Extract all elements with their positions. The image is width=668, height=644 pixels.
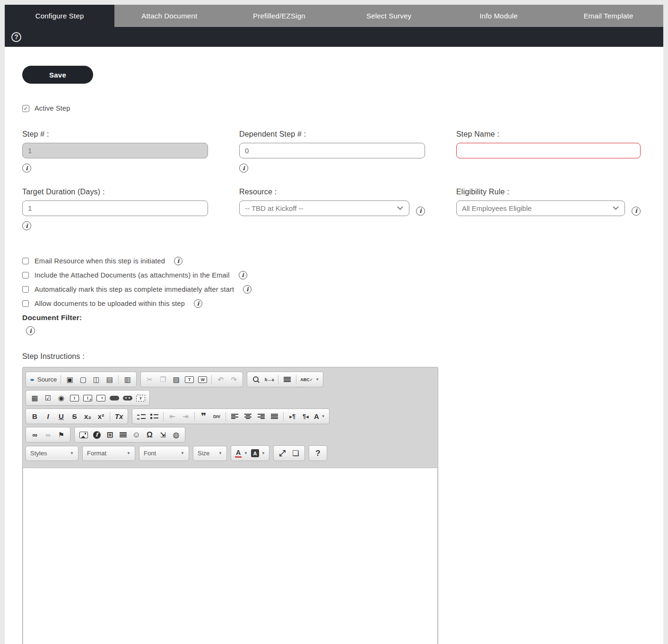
increase-indent-icon[interactable]: ⇥ [179,410,192,423]
select-all-icon[interactable] [281,374,294,386]
dependent-step-input[interactable] [239,143,425,158]
bold-icon[interactable]: B [28,410,41,423]
copy-icon[interactable]: ❐ [156,374,169,386]
checkbox-field-icon[interactable]: ☑ [42,392,54,404]
source-button[interactable]: ◂▸ Source [28,374,58,386]
target-duration-input[interactable] [22,200,208,216]
info-icon[interactable]: i [239,164,248,173]
info-icon[interactable]: i [174,257,182,265]
size-dropdown[interactable]: Size ▼ [193,446,227,461]
include-attachments-checkbox[interactable] [22,272,29,278]
step-number-input[interactable] [22,143,208,158]
image-button-icon[interactable] [121,392,134,404]
table-icon[interactable]: ⊞ [104,429,116,441]
subscript-icon[interactable]: x₂ [81,410,94,423]
link-icon[interactable]: ∞ [28,429,41,441]
background-color-icon[interactable]: A ▼ [250,447,267,460]
tab-select-survey[interactable]: Select Survey [334,5,444,27]
paste-as-text-icon[interactable]: T [183,374,196,386]
radio-button-icon[interactable]: ◉ [55,392,68,404]
eligibility-rule-select[interactable]: All Employees Eligible [456,200,625,216]
about-editor-button[interactable]: ? [312,447,324,460]
div-container-icon[interactable]: DIV [210,410,223,423]
tab-prefilled-ezsign[interactable]: Prefilled/EZSign [224,5,334,27]
redo-icon[interactable]: ↷ [227,374,240,386]
format-dropdown[interactable]: Format ▼ [82,446,135,461]
resource-select[interactable]: -- TBD at Kickoff -- [239,200,409,216]
justify-icon[interactable] [268,410,281,423]
tab-email-template[interactable]: Email Template [554,5,663,27]
info-icon[interactable]: i [26,326,35,335]
page-break-icon[interactable]: ⇲ [156,429,169,441]
info-icon[interactable]: i [416,207,425,216]
smiley-icon[interactable]: ☺ [130,429,143,441]
step-instructions-editor: ◂▸ Source ▣ ▢ ◫ ▤ ▥ ✂ ❐ ▨ [22,367,438,644]
horizontal-rule-icon[interactable] [117,429,130,441]
active-step-checkbox[interactable]: ✓ [22,105,29,112]
info-icon[interactable]: i [194,299,202,308]
templates-icon[interactable]: ▥ [121,374,134,386]
language-icon[interactable]: A▼ [312,410,327,423]
step-name-input[interactable] [456,143,641,158]
save-button[interactable]: Save [22,66,93,84]
underline-icon[interactable]: U [55,410,68,423]
allow-uploads-checkbox[interactable] [22,300,29,307]
text-field-icon[interactable]: I [68,392,81,404]
font-dropdown[interactable]: Font ▼ [139,446,189,461]
save-document-icon[interactable]: ▣ [63,374,76,386]
info-icon[interactable]: i [22,221,31,230]
editor-content-area[interactable] [23,468,438,644]
email-resource-checkbox[interactable] [22,258,29,264]
italic-icon[interactable]: I [42,410,54,423]
button-field-icon[interactable] [108,392,121,404]
align-center-icon[interactable] [242,410,254,423]
form-icon[interactable]: ▦ [28,392,41,404]
selection-field-icon[interactable]: ▾ [95,392,107,404]
info-icon[interactable]: i [239,271,247,279]
undo-icon[interactable]: ↶ [214,374,227,386]
hidden-field-icon[interactable]: I⁄ [134,392,147,404]
info-icon[interactable]: i [22,164,31,173]
find-icon[interactable] [250,374,262,386]
paste-from-word-icon[interactable]: W [196,374,209,386]
new-page-icon[interactable]: ▢ [77,374,89,386]
maximize-icon[interactable]: ⤢ [276,447,289,460]
cut-icon[interactable]: ✂ [143,374,156,386]
numbered-list-icon[interactable] [135,410,147,423]
source-button-label: Source [37,376,57,383]
strikethrough-icon[interactable]: S [68,410,81,423]
superscript-icon[interactable]: x² [95,410,107,423]
flash-icon[interactable]: f [90,429,103,441]
textarea-icon[interactable]: I [81,392,94,404]
info-icon[interactable]: i [243,285,252,294]
unlink-icon[interactable]: ∞ [42,429,54,441]
align-right-icon[interactable] [255,410,268,423]
print-icon[interactable]: ▤ [103,374,116,386]
remove-format-icon[interactable]: Tx [113,410,125,423]
text-direction-rtl-icon[interactable]: ¶◂ [299,410,312,423]
styles-dropdown[interactable]: Styles ▼ [26,446,78,461]
align-left-icon[interactable] [228,410,241,423]
auto-complete-checkbox[interactable] [22,286,29,293]
show-blocks-icon[interactable]: ❏ [289,447,302,460]
info-icon[interactable]: i [632,207,641,216]
spell-check-icon[interactable]: ABC✓▼ [299,374,321,386]
text-color-icon[interactable]: A ▼ [234,447,249,460]
bulleted-list-icon[interactable] [148,410,161,423]
preview-icon[interactable]: ◫ [90,374,103,386]
decrease-indent-icon[interactable]: ⇤ [166,410,179,423]
field-target-duration: Target Duration (Days) : i [22,188,208,230]
help-icon[interactable]: ? [11,32,21,42]
anchor-icon[interactable]: ⚑ [55,429,68,441]
text-direction-ltr-icon[interactable]: ▸¶ [286,410,299,423]
tab-info-module[interactable]: Info Module [444,5,554,27]
option-email-resource: Email Resource when this step is initiat… [22,257,663,265]
iframe-icon[interactable]: ◍ [170,429,182,441]
tab-configure-step[interactable]: Configure Step [5,5,114,27]
image-icon[interactable] [77,429,90,441]
paste-icon[interactable]: ▨ [170,374,182,386]
replace-icon[interactable]: b↔a [263,374,276,386]
special-character-icon[interactable]: Ω [143,429,156,441]
blockquote-icon[interactable]: ❞ [197,410,210,423]
tab-attach-document[interactable]: Attach Document [114,5,224,27]
